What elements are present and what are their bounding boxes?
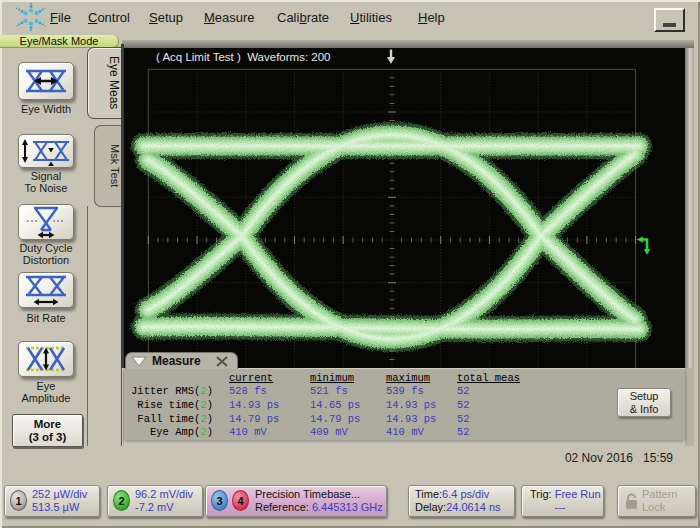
svg-text:( Acq Limit Test ) Waveforms:: ( Acq Limit Test ) Waveforms: 200 [156, 51, 330, 63]
